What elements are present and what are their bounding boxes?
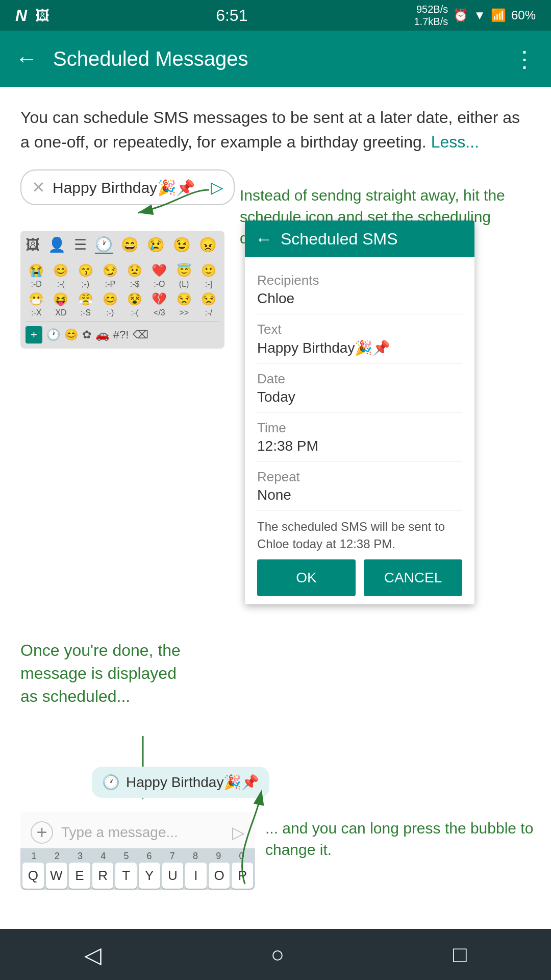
emoji-cell[interactable]: 😟 [124, 263, 145, 278]
text-row[interactable]: Text Happy Birthday🎉📌 [257, 314, 462, 364]
description-text: You can schedule SMS messages to be sent… [20, 105, 531, 154]
dialog-back-button[interactable]: ← [255, 229, 272, 249]
emoji-cell[interactable]: 😏 [99, 263, 121, 278]
flower-bottom-icon[interactable]: ✿ [82, 328, 91, 341]
recipients-label: Recipients [257, 273, 462, 288]
emoji-cell[interactable]: 🙂 [198, 263, 219, 278]
key-e[interactable]: E [69, 863, 90, 889]
backspace-bottom-icon[interactable]: ⌫ [133, 328, 148, 341]
key-t[interactable]: T [115, 863, 137, 889]
back-button[interactable]: ← [15, 46, 38, 71]
main-content: You can schedule SMS messages to be sent… [0, 87, 551, 894]
person-tab[interactable]: 👤 [48, 236, 66, 253]
photo-icon: 🖼 [35, 7, 49, 24]
cancel-button[interactable]: CANCEL [364, 559, 462, 596]
emoji-grid-row1: 😭 😊 😙 😏 😟 ❤️ 😇 🙂 [26, 263, 219, 278]
app-bar: ← Scheduled Messages ⋮ [0, 31, 551, 87]
emoji-cell[interactable]: 😊 [99, 292, 121, 306]
add-emoji-btn[interactable]: + [26, 326, 42, 344]
back-nav-button[interactable]: ◁ [84, 942, 102, 968]
hash-bottom-icon[interactable]: #?! [113, 328, 129, 341]
annotation-3-container: ... and you can long press the bubble to… [265, 818, 551, 861]
recents-nav-button[interactable]: □ [453, 942, 467, 967]
tutorial-area: ✕ Happy Birthday🎉📌 ▷ Instead of sendng s… [20, 169, 531, 629]
repeat-value: None [257, 487, 462, 503]
annotation-2-container: Once you're done, the message is display… [20, 639, 184, 707]
emoji-grid-row2-text: :-X XD :-S :-) :-( </3 >> :-/ [26, 308, 219, 317]
dialog-header: ← Scheduled SMS [245, 220, 474, 257]
text-label: Text [257, 322, 462, 337]
status-left: N 🖼 [15, 6, 49, 25]
repeat-label: Repeat [257, 469, 462, 485]
car-bottom-icon[interactable]: 🚗 [95, 328, 109, 341]
clock-bottom-icon[interactable]: 🕐 [46, 328, 60, 341]
emoji-cell[interactable]: 😝 [50, 292, 71, 306]
list-tab[interactable]: ☰ [74, 236, 87, 253]
network-speed: 952B/s 1.7kB/s [414, 3, 448, 28]
emoji-cell[interactable]: 😤 [75, 292, 96, 306]
status-time: 6:51 [216, 6, 247, 25]
smiley-bottom-icon[interactable]: 😊 [64, 328, 78, 341]
emoji-cell[interactable]: 😭 [26, 263, 47, 278]
annotation-3: ... and you can long press the bubble to… [265, 820, 533, 858]
add-attachment-button[interactable]: + [31, 821, 53, 844]
status-bar: N 🖼 6:51 952B/s 1.7kB/s ⏰ ▼ 📶 60% [0, 0, 551, 31]
key-q[interactable]: Q [22, 863, 44, 889]
emoji-cell[interactable]: 😒 [173, 292, 195, 306]
time-label: Time [257, 420, 462, 436]
date-row[interactable]: Date Today [257, 364, 462, 413]
emoji-sad: 😢 [147, 236, 165, 253]
emoji-cell[interactable]: 😙 [75, 263, 96, 278]
key-u[interactable]: U [162, 863, 184, 889]
emoji-cell[interactable]: 😊 [50, 263, 71, 278]
emoji-grid-row2: 😷 😝 😤 😊 😵 💔 😒 😒 [26, 292, 219, 306]
emoji-cell[interactable]: 😵 [124, 292, 145, 306]
arrow-svg-1 [97, 180, 230, 220]
emoji-cell[interactable]: 😇 [173, 263, 195, 278]
time-row[interactable]: Time 12:38 PM [257, 413, 462, 462]
emoji-grid-row1-text: :-D :-( ;-) :-P :-$ :-O (L) :-] [26, 280, 219, 289]
clock-tab[interactable]: 🕐 [95, 236, 113, 254]
emoji-bottom-toolbar: + 🕐 😊 ✿ 🚗 #?! ⌫ [26, 322, 219, 344]
time-value: 12:38 PM [257, 438, 462, 454]
emoji-cell[interactable]: 😷 [26, 292, 47, 306]
dialog-note: The scheduled SMS will be sent to Chloe … [257, 518, 462, 552]
battery-level: 60% [511, 8, 536, 22]
emoji-keyboard: 🖼 👤 ☰ 🕐 😄 😢 😉 😠 😭 😊 😙 😏 😟 ❤️ 😇 🙂 [20, 231, 224, 349]
key-r[interactable]: R [92, 863, 114, 889]
dialog-buttons: OK CANCEL [257, 559, 462, 596]
dialog-title: Scheduled SMS [281, 230, 397, 249]
scheduled-sms-dialog: ← Scheduled SMS Recipients Chloe Text Ha… [245, 220, 474, 604]
close-icon[interactable]: ✕ [32, 178, 45, 197]
signal-icon: 📶 [491, 8, 506, 22]
dialog-body: Recipients Chloe Text Happy Birthday🎉📌 D… [245, 257, 474, 604]
more-options-button[interactable]: ⋮ [513, 46, 536, 72]
clock-icon-bubble: 🕐 [102, 774, 120, 791]
emoji-tabs: 🖼 👤 ☰ 🕐 😄 😢 😉 😠 [26, 236, 219, 258]
emoji-smiley: 😄 [121, 236, 139, 253]
type-message-input[interactable]: Type a message... [61, 824, 224, 841]
date-label: Date [257, 371, 462, 387]
key-i[interactable]: I [185, 863, 207, 889]
less-link[interactable]: Less... [431, 133, 479, 151]
wifi-icon: ▼ [473, 8, 486, 22]
repeat-row[interactable]: Repeat None [257, 462, 462, 511]
recipients-value: Chloe [257, 290, 462, 307]
n-logo: N [15, 6, 27, 25]
ok-button[interactable]: OK [257, 559, 356, 596]
bubble-text: Happy Birthday🎉📌 [126, 774, 259, 791]
emoji-cell[interactable]: 💔 [148, 292, 170, 306]
emoji-cell[interactable]: 😒 [198, 292, 219, 306]
image-tab[interactable]: 🖼 [26, 236, 40, 253]
emoji-wink: 😉 [173, 236, 191, 253]
alarm-icon: ⏰ [453, 8, 468, 22]
recipients-row[interactable]: Recipients Chloe [257, 265, 462, 314]
key-y[interactable]: Y [139, 863, 160, 889]
key-w[interactable]: W [46, 863, 67, 889]
date-value: Today [257, 389, 462, 405]
nav-bar: ◁ ○ □ [0, 929, 551, 980]
second-section: Once you're done, the message is display… [20, 639, 531, 894]
home-nav-button[interactable]: ○ [270, 942, 284, 967]
emoji-cell[interactable]: ❤️ [148, 263, 170, 278]
app-title: Scheduled Messages [53, 47, 498, 70]
